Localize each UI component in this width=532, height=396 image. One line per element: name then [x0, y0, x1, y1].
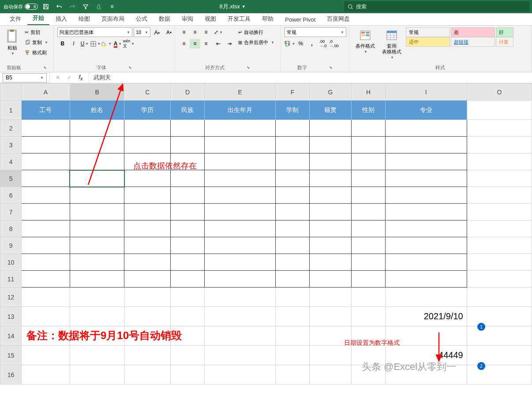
filter-icon[interactable]: [80, 1, 91, 12]
tab-开始[interactable]: 开始: [27, 12, 49, 25]
cell-I15[interactable]: 44449: [385, 346, 467, 365]
style-calc[interactable]: 计算: [496, 37, 513, 47]
cell-O6[interactable]: [467, 187, 532, 204]
cell-H15[interactable]: [352, 346, 385, 365]
cell-D14[interactable]: [171, 326, 204, 346]
cell-A6[interactable]: [22, 187, 70, 204]
cell-H1[interactable]: 性别: [352, 101, 385, 120]
cell-A13[interactable]: [22, 307, 70, 326]
format-table-button[interactable]: 套用 表格格式▼: [379, 27, 404, 62]
cell-C14[interactable]: [124, 326, 171, 346]
row-header-13[interactable]: 13: [0, 307, 22, 326]
row-header-16[interactable]: 16: [0, 365, 22, 385]
cell-E9[interactable]: [204, 237, 276, 254]
font-color-button[interactable]: A▼: [112, 39, 123, 49]
copy-button[interactable]: 复制▼: [23, 37, 50, 47]
cell-A5[interactable]: [22, 170, 70, 187]
cell-A7[interactable]: [22, 204, 70, 220]
cell-B9[interactable]: [70, 237, 124, 254]
cell-A1[interactable]: 工号: [22, 101, 70, 120]
cell-D5[interactable]: [171, 170, 204, 187]
cell-F11[interactable]: [276, 271, 309, 288]
cell-B8[interactable]: [70, 220, 124, 237]
font-name-combo[interactable]: 阿里巴巴普惠体▼: [57, 27, 132, 37]
cell-C13[interactable]: [124, 307, 171, 326]
cell-C15[interactable]: [124, 346, 171, 365]
cell-F7[interactable]: [276, 204, 309, 220]
cell-E5[interactable]: [204, 170, 276, 187]
cell-H7[interactable]: [352, 204, 385, 220]
cell-G5[interactable]: [309, 170, 351, 187]
fx-icon[interactable]: fx: [75, 73, 86, 82]
cell-A12[interactable]: [22, 288, 70, 307]
cell-H5[interactable]: [352, 170, 385, 187]
accounting-icon[interactable]: 💱▼: [285, 39, 295, 49]
cell-G14[interactable]: [309, 326, 351, 346]
align-left-icon[interactable]: ≡: [179, 39, 189, 49]
col-header-F[interactable]: F: [276, 84, 309, 101]
cell-H2[interactable]: [352, 120, 385, 137]
cell-B4[interactable]: [70, 153, 124, 170]
col-header-C[interactable]: C: [124, 84, 171, 101]
cell-E3[interactable]: [204, 137, 276, 153]
cell-C12[interactable]: [124, 288, 171, 307]
row-header-5[interactable]: 5: [0, 170, 22, 187]
cell-F8[interactable]: [276, 220, 309, 237]
row-header-4[interactable]: 4: [0, 153, 22, 170]
cell-C4[interactable]: [124, 153, 171, 170]
cell-F15[interactable]: [276, 346, 309, 365]
tab-公式[interactable]: 公式: [131, 13, 153, 25]
cell-C10[interactable]: [124, 254, 171, 271]
cell-I12[interactable]: [385, 288, 467, 307]
cell-I9[interactable]: [385, 237, 467, 254]
cell-F2[interactable]: [276, 120, 309, 137]
row-header-3[interactable]: 3: [0, 137, 22, 153]
align-middle-icon[interactable]: ≡: [190, 27, 200, 37]
col-header-G[interactable]: G: [309, 84, 351, 101]
grow-font-icon[interactable]: A▴: [152, 27, 162, 37]
col-header-A[interactable]: A: [22, 84, 70, 101]
fill-color-button[interactable]: ▼: [101, 39, 112, 49]
cell-F10[interactable]: [276, 254, 309, 271]
clipboard-launcher-icon[interactable]: ⬊: [43, 65, 47, 70]
cell-O5[interactable]: [467, 170, 532, 187]
cut-button[interactable]: ✂剪切: [23, 27, 50, 37]
tab-绘图[interactable]: 绘图: [73, 13, 95, 25]
cell-H3[interactable]: [352, 137, 385, 153]
cell-B13[interactable]: [70, 307, 124, 326]
increase-decimal-icon[interactable]: .00→.0: [318, 39, 328, 49]
align-right-icon[interactable]: ≡: [201, 39, 211, 49]
cell-A15[interactable]: [22, 346, 70, 365]
cell-A16[interactable]: [22, 365, 70, 385]
cell-F14[interactable]: [276, 326, 309, 346]
spreadsheet-grid[interactable]: ABCDEFGHIO1工号姓名学历民族出生年月学制籍贯性别专业234567891…: [0, 83, 532, 396]
row-header-15[interactable]: 15: [0, 346, 22, 365]
cell-C16[interactable]: [124, 365, 171, 385]
tab-插入[interactable]: 插入: [50, 13, 72, 25]
bold-button[interactable]: B: [57, 39, 68, 49]
cell-E2[interactable]: [204, 120, 276, 137]
conditional-format-button[interactable]: 条件格式▼: [353, 27, 378, 56]
cell-A8[interactable]: [22, 220, 70, 237]
cell-O10[interactable]: [467, 254, 532, 271]
italic-button[interactable]: I: [68, 39, 79, 49]
cell-I10[interactable]: [385, 254, 467, 271]
cell-O12[interactable]: [467, 288, 532, 307]
cell-F6[interactable]: [276, 187, 309, 204]
cell-C5[interactable]: [124, 170, 171, 187]
cell-B6[interactable]: [70, 187, 124, 204]
row-header-7[interactable]: 7: [0, 204, 22, 220]
cell-B2[interactable]: [70, 120, 124, 137]
underline-button[interactable]: U▼: [79, 39, 90, 49]
cell-D16[interactable]: [171, 365, 204, 385]
cell-E1[interactable]: 出生年月: [204, 101, 276, 120]
cell-D9[interactable]: [171, 237, 204, 254]
cell-E13[interactable]: [204, 307, 276, 326]
cell-G7[interactable]: [309, 204, 351, 220]
cell-H11[interactable]: [352, 271, 385, 288]
cell-G1[interactable]: 籍贯: [309, 101, 351, 120]
col-header-I[interactable]: I: [385, 84, 467, 101]
cell-H16[interactable]: [352, 365, 385, 385]
cell-O16[interactable]: [467, 365, 532, 385]
qat-more-icon[interactable]: ≡: [107, 1, 117, 12]
